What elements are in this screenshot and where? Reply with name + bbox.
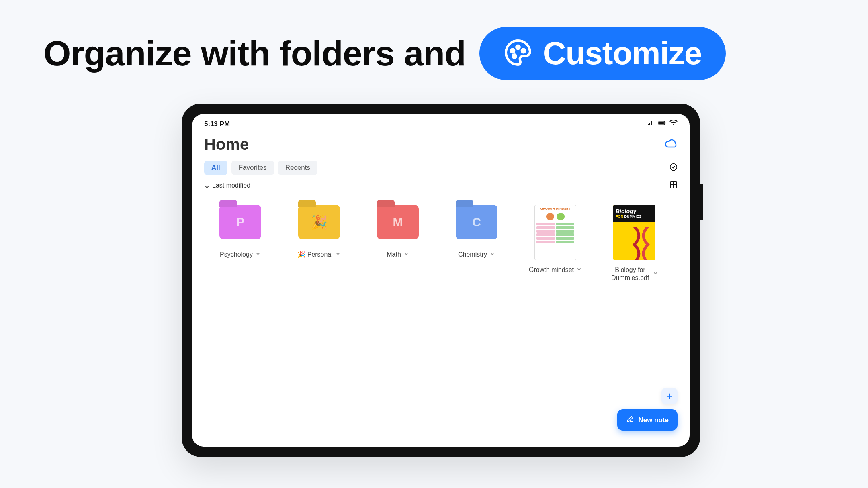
item-label: Biology for Dummies.pdf <box>610 266 650 282</box>
item-label: 🎉 Personal <box>297 251 333 259</box>
headline-text: Organize with folders and <box>43 33 466 74</box>
view-toggle-button[interactable] <box>669 181 678 190</box>
item-label: Psychology <box>220 251 253 259</box>
note-thumbnail: GROWTH MINDSET <box>534 205 576 260</box>
chevron-down-icon[interactable] <box>403 251 409 258</box>
status-icons <box>647 120 678 128</box>
new-note-button[interactable]: New note <box>617 409 678 431</box>
book-thumbnail: Biology FOR DUMMIES <box>613 205 655 260</box>
items-grid: P Psychology 🎉 🎉 Personal M Math <box>192 190 690 296</box>
wifi-icon <box>669 120 678 128</box>
sort-button[interactable]: Last modified <box>204 182 250 189</box>
signal-icon <box>647 120 655 128</box>
customize-label: Customize <box>543 35 702 72</box>
svg-rect-6 <box>659 122 664 124</box>
note-growth-mindset[interactable]: GROWTH MINDSET Growth mindset <box>527 205 583 282</box>
chevron-down-icon[interactable] <box>576 266 582 274</box>
headline-banner: Organize with folders and Customize <box>43 27 726 80</box>
tab-favorites[interactable]: Favorites <box>231 161 274 175</box>
item-label: Chemistry <box>458 251 487 259</box>
folder-icon: P <box>219 205 261 239</box>
svg-point-3 <box>513 55 516 58</box>
folder-icon: C <box>456 205 497 239</box>
battery-icon <box>658 120 666 128</box>
folder-chemistry[interactable]: C Chemistry <box>448 205 505 282</box>
sort-label: Last modified <box>212 182 250 189</box>
add-button[interactable]: + <box>661 388 678 404</box>
svg-point-0 <box>511 49 514 53</box>
new-note-label: New note <box>638 416 669 424</box>
tab-all[interactable]: All <box>204 161 227 175</box>
customize-pill[interactable]: Customize <box>479 27 726 80</box>
folder-math[interactable]: M Math <box>370 205 426 282</box>
status-bar: 5:13 PM <box>192 114 690 131</box>
tablet-frame: 5:13 PM Home All Favorites Recents <box>182 104 700 457</box>
item-label: Growth mindset <box>529 266 574 274</box>
svg-rect-5 <box>665 122 666 123</box>
chevron-down-icon[interactable] <box>653 270 658 278</box>
folder-icon: M <box>377 205 419 239</box>
svg-point-1 <box>516 46 520 49</box>
folder-personal[interactable]: 🎉 🎉 Personal <box>291 205 347 282</box>
tablet-screen: 5:13 PM Home All Favorites Recents <box>192 114 690 447</box>
item-label: Math <box>387 251 401 259</box>
folder-psychology[interactable]: P Psychology <box>212 205 268 282</box>
svg-point-2 <box>522 49 525 53</box>
tab-recents[interactable]: Recents <box>278 161 317 175</box>
chevron-down-icon[interactable] <box>335 251 341 258</box>
filter-tabs: All Favorites Recents <box>204 161 317 175</box>
chevron-down-icon[interactable] <box>489 251 495 258</box>
palette-icon <box>504 38 532 69</box>
cloud-sync-button[interactable] <box>665 139 678 150</box>
folder-icon: 🎉 <box>298 205 340 239</box>
select-mode-button[interactable] <box>669 163 678 173</box>
compose-icon <box>626 415 634 425</box>
svg-point-7 <box>670 164 677 171</box>
file-biology-pdf[interactable]: Biology FOR DUMMIES Biology for Dummies.… <box>606 205 662 282</box>
page-title: Home <box>204 135 249 153</box>
chevron-down-icon[interactable] <box>255 251 261 258</box>
status-time: 5:13 PM <box>204 120 230 128</box>
